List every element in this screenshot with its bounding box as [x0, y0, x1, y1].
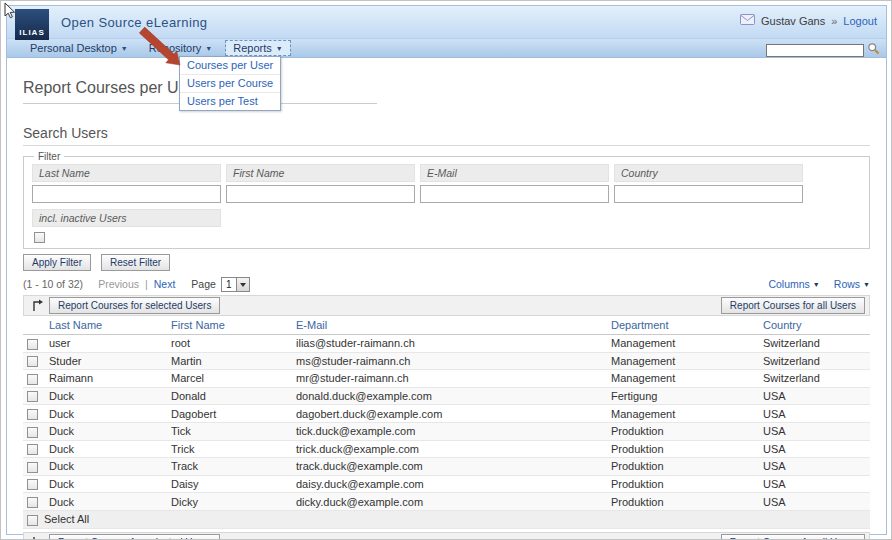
menu-personal-desktop[interactable]: Personal Desktop▼: [22, 40, 136, 56]
logout-link[interactable]: Logout: [843, 15, 877, 27]
page-select-arrow[interactable]: [236, 278, 249, 291]
cell-first-name: Track: [167, 458, 292, 476]
menu-item-courses-per-user[interactable]: Courses per User: [180, 57, 280, 75]
inactive-users-field: incl. inactive Users: [32, 209, 861, 243]
columns-selector[interactable]: Columns▼: [768, 278, 819, 290]
col-header-department[interactable]: Department: [607, 316, 759, 335]
table-controls-top: (1 - 10 of 32) Previous | Next Page 1 Co…: [23, 276, 870, 292]
app-frame: ILIAS Open Source eLearning Gustav Gans …: [6, 5, 887, 535]
chevron-down-icon: [240, 283, 246, 290]
view-controls: Columns▼ Rows▼: [768, 278, 870, 290]
cell-first-name: Trick: [167, 440, 292, 458]
cell-email: dagobert.duck@example.com: [292, 405, 607, 423]
row-checkbox[interactable]: [27, 339, 38, 350]
filter-legend: Filter: [34, 151, 64, 162]
cell-department: Management: [607, 405, 759, 423]
search-input[interactable]: [766, 44, 864, 57]
menu-item-users-per-test[interactable]: Users per Test: [180, 93, 280, 110]
country-input[interactable]: [614, 185, 803, 203]
app-title: Open Source eLearning: [61, 15, 207, 30]
menu-reports[interactable]: Reports▼: [225, 40, 290, 56]
col-header-email[interactable]: E-Mail: [292, 316, 607, 335]
cell-country: USA: [759, 475, 870, 493]
filter-fields: Last Name First Name E-Mail Country: [32, 164, 861, 203]
apply-filter-button[interactable]: Apply Filter: [23, 254, 91, 271]
cell-last-name: Duck: [45, 387, 167, 405]
row-checkbox[interactable]: [27, 409, 38, 420]
first-name-label: First Name: [226, 164, 415, 182]
cell-first-name: Marcel: [167, 370, 292, 388]
table-row: DuckTicktick.duck@example.comProduktionU…: [23, 422, 870, 440]
filter-field-email: E-Mail: [420, 164, 609, 203]
inactive-users-checkbox[interactable]: [34, 232, 45, 243]
cell-first-name: Dicky: [167, 493, 292, 511]
row-checkbox[interactable]: [27, 427, 38, 438]
cell-country: USA: [759, 493, 870, 511]
cell-last-name: Duck: [45, 422, 167, 440]
screenshot-root: ILIAS Open Source eLearning Gustav Gans …: [0, 0, 892, 540]
country-label: Country: [614, 164, 803, 182]
last-name-input[interactable]: [32, 185, 221, 203]
cell-country: USA: [759, 387, 870, 405]
first-name-input[interactable]: [226, 185, 415, 203]
row-checkbox[interactable]: [27, 374, 38, 385]
main-menu: Personal Desktop▼ Repository▼ Reports▼: [22, 39, 291, 57]
select-all-checkbox[interactable]: [27, 515, 38, 526]
cell-last-name: Studer: [45, 352, 167, 370]
cell-last-name: user: [45, 335, 167, 353]
inactive-users-label: incl. inactive Users: [32, 209, 221, 227]
table-toolbar-top: Report Courses for selected Users Report…: [23, 295, 870, 316]
ilias-logo[interactable]: ILIAS: [15, 9, 49, 40]
separator: »: [831, 15, 837, 27]
cell-department: Fertigung: [607, 387, 759, 405]
user-area: Gustav Gans » Logout: [740, 14, 877, 27]
magnifier-icon[interactable]: [867, 41, 880, 59]
page-select[interactable]: 1: [221, 277, 250, 292]
cell-last-name: Duck: [45, 458, 167, 476]
row-checkbox[interactable]: [27, 497, 38, 508]
row-checkbox[interactable]: [27, 444, 38, 455]
menu-item-users-per-course[interactable]: Users per Course: [180, 75, 280, 93]
email-input[interactable]: [420, 185, 609, 203]
cell-email: mr@studer-raimann.ch: [292, 370, 607, 388]
result-range: (1 - 10 of 32): [23, 278, 83, 290]
table-row: DuckDagobertdagobert.duck@example.comMan…: [23, 405, 870, 423]
col-header-last-name[interactable]: Last Name: [45, 316, 167, 335]
table-toolbar-bottom: Report Courses for selected Users Report…: [23, 532, 870, 540]
col-header-country[interactable]: Country: [759, 316, 870, 335]
toolbar-right: Report Courses for all Users: [721, 534, 865, 540]
last-name-label: Last Name: [32, 164, 221, 182]
header-checkbox-spacer: [23, 316, 45, 335]
main-menu-bar: Personal Desktop▼ Repository▼ Reports▼: [7, 39, 886, 58]
report-all-users-button-top[interactable]: Report Courses for all Users: [721, 297, 865, 314]
cell-last-name: Duck: [45, 493, 167, 511]
filter-field-first-name: First Name: [226, 164, 415, 203]
rows-selector[interactable]: Rows▼: [834, 278, 870, 290]
row-checkbox[interactable]: [27, 462, 38, 473]
search-area: [766, 41, 880, 59]
col-header-first-name[interactable]: First Name: [167, 316, 292, 335]
table-header-row: Last Name First Name E-Mail Department C…: [23, 316, 870, 335]
report-selected-users-button-top[interactable]: Report Courses for selected Users: [49, 297, 220, 314]
cell-email: track.duck@example.com: [292, 458, 607, 476]
chevron-down-icon: ▼: [276, 45, 283, 52]
filter-fieldset: Filter Last Name First Name E-Mail: [23, 151, 870, 249]
row-checkbox[interactable]: [27, 391, 38, 402]
report-all-users-button-bottom[interactable]: Report Courses for all Users: [721, 534, 865, 540]
filter-buttons: Apply Filter Reset Filter: [23, 254, 870, 271]
cell-country: USA: [759, 458, 870, 476]
filter-field-last-name: Last Name: [32, 164, 221, 203]
report-selected-users-button-bottom[interactable]: Report Courses for selected Users: [49, 534, 220, 540]
toolbar-right: Report Courses for all Users: [721, 297, 865, 314]
cell-first-name: Daisy: [167, 475, 292, 493]
row-checkbox[interactable]: [27, 356, 38, 367]
next-link[interactable]: Next: [154, 278, 176, 290]
previous-link-disabled: Previous: [98, 278, 139, 290]
menu-repository[interactable]: Repository▼: [141, 40, 221, 56]
reset-filter-button[interactable]: Reset Filter: [101, 254, 170, 271]
row-checkbox[interactable]: [27, 479, 38, 490]
cell-email: tick.duck@example.com: [292, 422, 607, 440]
table-row: StuderMartinms@studer-raimann.chManageme…: [23, 352, 870, 370]
mail-icon[interactable]: [740, 14, 755, 27]
search-users-heading: Search Users: [23, 125, 870, 146]
